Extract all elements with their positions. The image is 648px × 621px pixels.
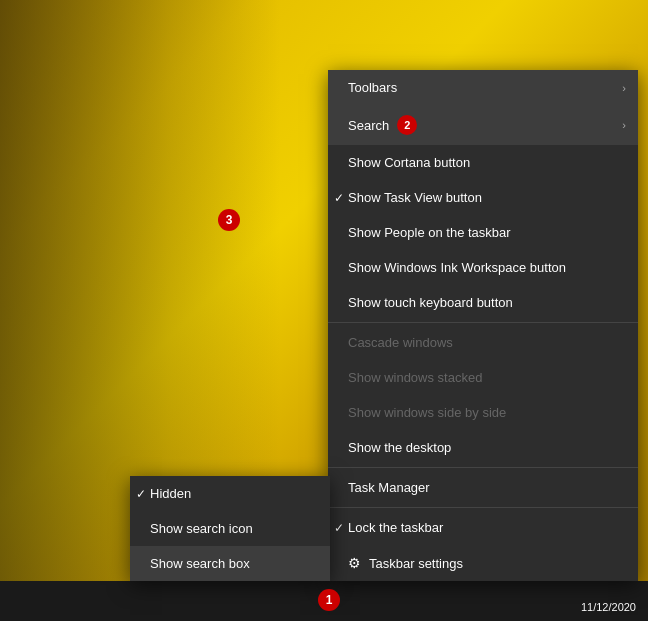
menu-item-ink-label: Show Windows Ink Workspace button [348,260,566,275]
menu-item-taskbar-settings-label: Taskbar settings [369,556,463,571]
menu-item-stacked-label: Show windows stacked [348,370,482,385]
menu-item-lock-taskbar-label: Lock the taskbar [348,520,443,535]
menu-item-cascade-label: Cascade windows [348,335,453,350]
menu-item-show-desktop[interactable]: Show the desktop [328,430,638,465]
menu-item-task-manager[interactable]: Task Manager [328,470,638,505]
menu-item-cortana[interactable]: Show Cortana button [328,145,638,180]
submenu-item-hidden-label: Hidden [150,486,191,501]
submenu-item-search-icon-label: Show search icon [150,521,253,536]
submenu-item-search-box[interactable]: Show search box [130,546,330,581]
menu-item-stacked: Show windows stacked [328,360,638,395]
menu-item-side-by-side-label: Show windows side by side [348,405,506,420]
menu-item-search-label: Search [348,118,389,133]
submenu-item-search-icon[interactable]: Show search icon [130,511,330,546]
menu-item-taskbar-settings[interactable]: ⚙ Taskbar settings [328,545,638,581]
menu-item-toolbars[interactable]: Toolbars › [328,70,638,105]
menu-item-toolbars-label: Toolbars [348,80,397,95]
annotation-badge-1: 1 [318,589,340,611]
menu-item-touch-keyboard-label: Show touch keyboard button [348,295,513,310]
annotation-badge-3: 3 [218,209,240,231]
menu-item-search[interactable]: Search 2 › [328,105,638,145]
menu-item-show-desktop-label: Show the desktop [348,440,451,455]
arrow-icon: › [622,82,626,94]
checkmark-icon: ✓ [334,521,344,535]
separator-1 [328,322,638,323]
menu-item-task-view[interactable]: ✓ Show Task View button [328,180,638,215]
menu-item-ink[interactable]: Show Windows Ink Workspace button [328,250,638,285]
submenu-item-hidden[interactable]: ✓ Hidden [130,476,330,511]
gear-icon: ⚙ [348,555,361,571]
submenu-item-search-box-label: Show search box [150,556,250,571]
menu-item-touch-keyboard[interactable]: Show touch keyboard button [328,285,638,320]
separator-3 [328,507,638,508]
menu-item-people-label: Show People on the taskbar [348,225,511,240]
menu-item-people[interactable]: Show People on the taskbar [328,215,638,250]
context-menu-main: Toolbars › Search 2 › Show Cortana butto… [328,70,638,581]
arrow-icon: › [622,119,626,131]
separator-2 [328,467,638,468]
checkmark-icon: ✓ [334,191,344,205]
menu-item-cortana-label: Show Cortana button [348,155,470,170]
taskbar-time: 11/12/2020 [581,601,636,613]
search-badge: 2 [397,115,417,135]
context-menu-search: ✓ Hidden Show search icon Show search bo… [130,476,330,581]
menu-item-task-manager-label: Task Manager [348,480,430,495]
menu-item-task-view-label: Show Task View button [348,190,482,205]
menu-item-cascade: Cascade windows [328,325,638,360]
menu-item-side-by-side: Show windows side by side [328,395,638,430]
checkmark-icon: ✓ [136,487,146,501]
menu-item-lock-taskbar[interactable]: ✓ Lock the taskbar [328,510,638,545]
